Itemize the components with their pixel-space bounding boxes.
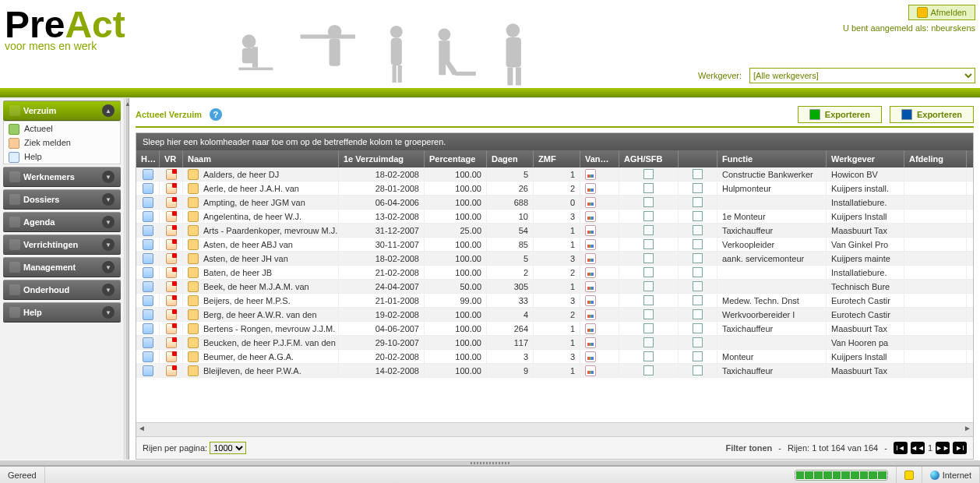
- agh-checkbox[interactable]: [643, 295, 654, 305]
- envelope-icon[interactable]: [188, 281, 199, 292]
- checkbox-2[interactable]: [693, 337, 703, 347]
- envelope-icon[interactable]: [188, 169, 199, 180]
- sidebar-section-dossiers[interactable]: Dossiers▼: [3, 189, 121, 210]
- chart-icon[interactable]: [585, 169, 596, 180]
- col-date[interactable]: 1e Verzuimdag: [339, 150, 425, 167]
- sidebar-item-help[interactable]: Help: [4, 150, 120, 164]
- chart-icon[interactable]: [585, 239, 596, 250]
- edit-icon[interactable]: [166, 337, 177, 348]
- checkbox-2[interactable]: [693, 281, 703, 291]
- checkbox-2[interactable]: [693, 225, 703, 235]
- rows-per-page-select[interactable]: 1000: [210, 442, 246, 454]
- table-row[interactable]: Beucken, de heer P.J.F.M. van den29-10-2…: [136, 336, 973, 350]
- col-agh[interactable]: AGH/SFB: [619, 150, 679, 167]
- person-icon[interactable]: [143, 267, 153, 278]
- checkbox-2[interactable]: [693, 365, 703, 375]
- pager-first[interactable]: I◄: [894, 442, 908, 454]
- sidebar[interactable]: Verzuim▲ActueelZiek meldenHelpWerknemers…: [0, 98, 125, 460]
- agh-checkbox[interactable]: [643, 351, 654, 361]
- person-icon[interactable]: [143, 197, 153, 208]
- edit-icon[interactable]: [166, 225, 177, 236]
- agh-checkbox[interactable]: [643, 267, 654, 277]
- checkbox-2[interactable]: [693, 169, 703, 179]
- sidebar-section-verrichtingen[interactable]: Verrichtingen▼: [3, 234, 121, 255]
- grid-body[interactable]: Aalders, de heer DJ18-02-2008100.0051Con…: [136, 167, 973, 422]
- edit-icon[interactable]: [166, 281, 177, 292]
- edit-icon[interactable]: [166, 253, 177, 264]
- agh-checkbox[interactable]: [643, 337, 654, 347]
- table-row[interactable]: Berg, de heer A.W.R. van den19-02-200810…: [136, 308, 973, 322]
- checkbox-2[interactable]: [693, 295, 703, 305]
- chart-icon[interactable]: [585, 253, 596, 264]
- edit-icon[interactable]: [166, 239, 177, 250]
- pager-next[interactable]: ►►: [936, 442, 950, 454]
- col-hm[interactable]: HM: [136, 150, 160, 167]
- person-icon[interactable]: [143, 281, 153, 292]
- edit-icon[interactable]: [166, 351, 177, 362]
- grid-group-bar[interactable]: Sleep hier een kolomheader naar toe om o…: [136, 133, 973, 150]
- person-icon[interactable]: [143, 323, 153, 334]
- edit-icon[interactable]: [166, 295, 177, 306]
- person-icon[interactable]: [143, 225, 153, 236]
- filter-toggle[interactable]: Filter tonen: [725, 443, 772, 453]
- person-icon[interactable]: [143, 211, 153, 222]
- sidebar-section-agenda[interactable]: Agenda▼: [3, 212, 121, 232]
- checkbox-2[interactable]: [693, 211, 703, 221]
- person-icon[interactable]: [143, 351, 153, 362]
- col-functie[interactable]: Functie: [717, 150, 827, 167]
- help-icon[interactable]: ?: [210, 108, 222, 121]
- envelope-icon[interactable]: [188, 309, 199, 320]
- horizontal-splitter[interactable]: [0, 460, 980, 466]
- edit-icon[interactable]: [166, 267, 177, 278]
- table-row[interactable]: Beumer, de heer A.G.A.20-02-2008100.0033…: [136, 350, 973, 364]
- checkbox-2[interactable]: [693, 309, 703, 319]
- logout-button[interactable]: Afmelden: [908, 5, 975, 20]
- table-row[interactable]: Beek, de heer M.J.A.M. van24-04-200750.0…: [136, 280, 973, 294]
- edit-icon[interactable]: [166, 309, 177, 320]
- agh-checkbox[interactable]: [643, 365, 654, 375]
- employer-select[interactable]: [Alle werkgevers]: [749, 68, 975, 83]
- table-row[interactable]: Beijers, de heer M.P.S.21-01-200899.0033…: [136, 294, 973, 308]
- pager-prev[interactable]: ◄◄: [911, 442, 925, 454]
- sidebar-section-help[interactable]: Help▼: [3, 302, 121, 323]
- person-icon[interactable]: [143, 365, 153, 376]
- export-word-button[interactable]: Exporteren: [890, 106, 974, 123]
- chart-icon[interactable]: [585, 211, 596, 222]
- edit-icon[interactable]: [166, 365, 177, 376]
- checkbox-2[interactable]: [693, 197, 703, 207]
- agh-checkbox[interactable]: [643, 211, 654, 221]
- checkbox-2[interactable]: [693, 351, 703, 361]
- person-icon[interactable]: [143, 309, 153, 320]
- chart-icon[interactable]: [585, 295, 596, 306]
- table-row[interactable]: Bleijleven, de heer P.W.A.14-02-2008100.…: [136, 364, 973, 378]
- sidebar-item-ziek-melden[interactable]: Ziek melden: [4, 136, 120, 150]
- table-row[interactable]: Aalders, de heer DJ18-02-2008100.0051Con…: [136, 167, 973, 182]
- envelope-icon[interactable]: [188, 351, 199, 362]
- edit-icon[interactable]: [166, 323, 177, 334]
- col-dagen[interactable]: Dagen: [487, 150, 534, 167]
- col-perc[interactable]: Percentage: [425, 150, 487, 167]
- edit-icon[interactable]: [166, 169, 177, 180]
- chart-icon[interactable]: [585, 309, 596, 320]
- col-vr[interactable]: VR: [160, 150, 183, 167]
- col-afdeling[interactable]: Afdeling: [904, 150, 967, 167]
- table-row[interactable]: Arts - Paardenkoper, mevrouw M.J.31-12-2…: [136, 224, 973, 238]
- sidebar-section-werknemers[interactable]: Werknemers▼: [3, 167, 121, 187]
- envelope-icon[interactable]: [188, 253, 199, 264]
- edit-icon[interactable]: [166, 183, 177, 194]
- agh-checkbox[interactable]: [643, 169, 654, 179]
- chart-icon[interactable]: [585, 225, 596, 236]
- col-check2[interactable]: [679, 150, 717, 167]
- agh-checkbox[interactable]: [643, 183, 654, 193]
- table-row[interactable]: Baten, de heer JB21-02-2008100.0022Insta…: [136, 266, 973, 280]
- col-werkgever[interactable]: Werkgever: [827, 150, 904, 167]
- chart-icon[interactable]: [585, 365, 596, 376]
- person-icon[interactable]: [143, 337, 153, 348]
- envelope-icon[interactable]: [188, 239, 199, 250]
- agh-checkbox[interactable]: [643, 323, 654, 333]
- chart-icon[interactable]: [585, 197, 596, 208]
- pager-last[interactable]: ►I: [953, 442, 967, 454]
- checkbox-2[interactable]: [693, 267, 703, 277]
- agh-checkbox[interactable]: [643, 281, 654, 291]
- envelope-icon[interactable]: [188, 267, 199, 278]
